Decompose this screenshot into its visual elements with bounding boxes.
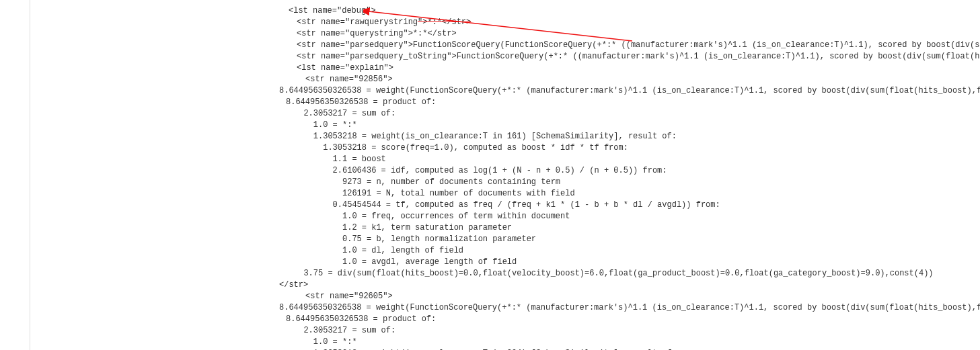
debug-line: 1.0 = avgdl, average length of field <box>63 257 980 268</box>
debug-line: 0.45454544 = tf, computed as freq / (fre… <box>63 200 980 211</box>
debug-line: 8.644956350326538 = weight(FunctionScore… <box>63 85 980 97</box>
debug-line: 2.3053217 = sum of: <box>63 325 980 337</box>
debug-line: <str name="parsedquery_toString">Functio… <box>63 51 980 62</box>
debug-line: 1.0 = dl, length of field <box>63 245 980 257</box>
debug-line: <str name="querystring">*:*</str> <box>63 28 980 40</box>
debug-line: 1.0 = freq, occurrences of term within d… <box>63 211 980 222</box>
debug-line: <str name="rawquerystring">*:*</str> <box>63 17 980 28</box>
debug-line: 8.644956350326538 = weight(FunctionScore… <box>63 302 980 314</box>
debug-line: 2.6106436 = idf, computed as log(1 + (N … <box>63 165 980 177</box>
debug-line: <str name="92605"> <box>63 291 980 302</box>
debug-line: 2.3053217 = sum of: <box>63 108 980 120</box>
debug-line: 8.644956350326538 = product of: <box>63 314 980 325</box>
debug-line: <str name="parsedquery">FunctionScoreQue… <box>63 40 980 51</box>
debug-line: <lst name="debug"> <box>63 5 980 17</box>
debug-line: 1.3053218 = score(freq=1.0), computed as… <box>63 142 980 154</box>
debug-line: 1.1 = boost <box>63 154 980 165</box>
debug-line: 1.0 = *:* <box>63 337 980 348</box>
debug-line: 0.75 = b, length normalization parameter <box>63 234 980 245</box>
debug-line: <lst name="explain"> <box>63 62 980 74</box>
debug-line: </str> <box>63 279 980 291</box>
debug-line: 1.0 = *:* <box>63 120 980 131</box>
debug-line: 3.75 = div(sum(float(hits_boost)=0.0,flo… <box>63 268 980 279</box>
debug-line: 9273 = n, number of documents containing… <box>63 177 980 188</box>
debug-line: 1.2 = k1, term saturation parameter <box>63 222 980 234</box>
debug-line: 1.3053218 = weight(is_on_clearance:T in … <box>63 131 980 142</box>
debug-line: 126191 = N, total number of documents wi… <box>63 188 980 200</box>
debug-line: <str name="92856"> <box>63 74 980 85</box>
debug-line: 8.644956350326538 = product of: <box>63 97 980 108</box>
debug-output-block: <lst name="debug"><str name="rawquerystr… <box>30 0 980 350</box>
